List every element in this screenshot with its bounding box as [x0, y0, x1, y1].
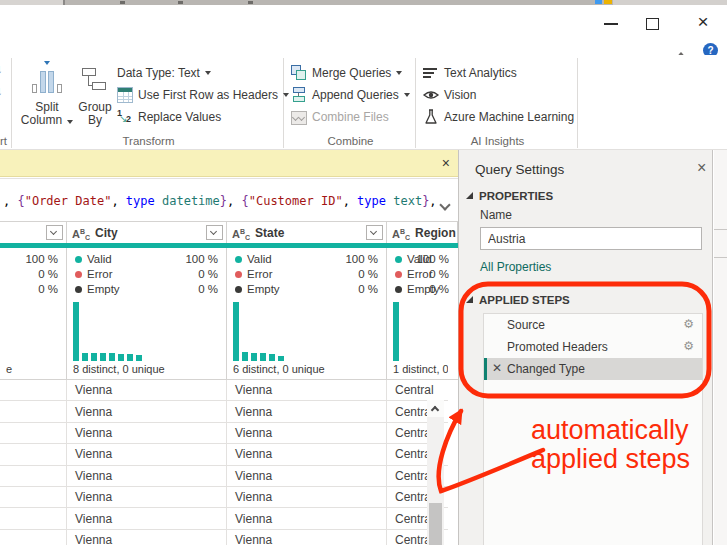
table-cell[interactable]: Central [387, 380, 458, 400]
step-settings-gear-icon[interactable]: ⚙ [683, 339, 694, 353]
column-header-City[interactable]: ABCCity [67, 222, 227, 243]
merge-queries-button[interactable]: Merge Queries [291, 64, 402, 82]
table-cell[interactable]: Vienna [227, 508, 387, 528]
properties-section-header[interactable]: PROPERTIES [466, 190, 553, 202]
formula-token [155, 194, 162, 208]
column-header-State[interactable]: ABCState [227, 222, 387, 243]
minimize-icon[interactable] [604, 23, 618, 25]
table-cell[interactable]: Vienna [227, 530, 387, 545]
filter-icon[interactable] [366, 225, 383, 240]
table-cell[interactable]: Central [387, 423, 458, 443]
query-name-input[interactable] [480, 227, 702, 250]
table-cell[interactable]: Central [387, 530, 458, 545]
background-text-fragment [248, 1, 253, 4]
value-distribution-bar [91, 353, 97, 361]
table-cell[interactable]: Vienna [227, 444, 387, 464]
quality-label: Error [247, 268, 273, 280]
table-cell[interactable] [0, 530, 67, 545]
close-icon[interactable]: × [694, 11, 712, 33]
table-row[interactable]: ViennaViennaCentral [0, 466, 448, 487]
quality-label: Empty [87, 283, 120, 295]
scrollbar-thumb[interactable] [429, 503, 442, 545]
table-cell[interactable]: Vienna [227, 401, 387, 421]
table-cell[interactable]: Vienna [227, 487, 387, 507]
quality-percent: 0 % [429, 283, 449, 295]
table-cell[interactable]: Central [387, 401, 458, 421]
all-properties-link[interactable]: All Properties [480, 260, 551, 274]
table-cell[interactable] [0, 401, 67, 421]
replace-values-button[interactable]: 1↘2 Replace Values [117, 108, 221, 126]
formula-expand-icon[interactable] [441, 195, 449, 213]
table-cell[interactable] [0, 444, 67, 464]
table-cell[interactable] [0, 508, 67, 528]
table-cell[interactable] [0, 380, 67, 400]
table-row[interactable]: ViennaViennaCentral [0, 487, 448, 508]
table-cell[interactable]: Vienna [67, 466, 227, 486]
value-distribution-bar [109, 353, 115, 361]
table-cell[interactable] [0, 423, 67, 443]
table-cell[interactable]: Central [387, 466, 458, 486]
table-row[interactable]: ViennaViennaCentral [0, 423, 448, 444]
group-separator [577, 58, 578, 148]
applied-step-source[interactable]: Source⚙ [484, 314, 702, 336]
table-cell[interactable]: Vienna [227, 380, 387, 400]
azure-machine-learning-button[interactable]: Azure Machine Learning [423, 108, 574, 126]
filter-icon[interactable] [46, 225, 63, 240]
maximize-icon[interactable] [646, 18, 659, 30]
table-cell[interactable]: Vienna [227, 423, 387, 443]
text-analytics-button[interactable]: Text Analytics [423, 64, 517, 82]
table-row[interactable]: ViennaViennaCentral [0, 444, 448, 465]
power-bi-logo-fragment [595, 0, 602, 4]
table-cell[interactable]: Vienna [67, 508, 227, 528]
table-row[interactable]: ViennaViennaCentral [0, 380, 448, 401]
empty-dot-icon [75, 286, 82, 293]
formula-text[interactable]: , {"Order Date", type datetime}, {"Custo… [3, 194, 437, 208]
table-cell[interactable] [0, 466, 67, 486]
quality-percent: 100 % [185, 253, 218, 265]
append-queries-button[interactable]: Append Queries [291, 86, 410, 104]
formula-token: "Order Date" [25, 194, 112, 208]
banner-close-icon[interactable]: × [442, 155, 450, 171]
delete-step-icon[interactable]: ✕ [492, 361, 502, 375]
table-row[interactable]: ViennaViennaCentral [0, 508, 448, 529]
filter-icon[interactable] [206, 225, 223, 240]
group-separator [415, 58, 416, 148]
applied-steps-section-header[interactable]: APPLIED STEPS [466, 294, 570, 306]
table-cell[interactable] [0, 487, 67, 507]
applied-step-promoted-headers[interactable]: Promoted Headers⚙ [484, 336, 702, 358]
table-cell[interactable]: Central [387, 444, 458, 464]
split-column-button[interactable]: Split Column [18, 59, 76, 131]
table-cell[interactable]: Central [387, 487, 458, 507]
table-cell[interactable]: Vienna [67, 380, 227, 400]
vertical-scrollbar[interactable] [427, 400, 444, 545]
table-cell[interactable]: Vienna [227, 466, 387, 486]
table-cell[interactable]: Vienna [67, 423, 227, 443]
vision-button[interactable]: Vision [423, 86, 476, 104]
formula-bar[interactable]: , {"Order Date", type datetime}, {"Custo… [0, 178, 458, 222]
panel-close-icon[interactable]: × [697, 159, 706, 177]
applied-step-changed-type[interactable]: ✕Changed Type [484, 358, 702, 380]
table-cell[interactable]: Vienna [67, 444, 227, 464]
use-first-row-as-headers-button[interactable]: Use First Row as Headers [117, 86, 289, 104]
table-row[interactable]: ViennaViennaCentral [0, 530, 448, 545]
data-type-button[interactable]: Data Type: Text [117, 64, 211, 82]
collapse-triangle-icon [466, 192, 473, 199]
table-cell[interactable]: Vienna [67, 401, 227, 421]
group-by-button[interactable]: Group By [76, 59, 114, 131]
column-header-Region[interactable]: ABCRegion [387, 222, 458, 243]
table-row[interactable]: ViennaViennaCentral [0, 401, 448, 422]
background-text-fragment [120, 1, 125, 4]
value-distribution-bar [269, 354, 275, 361]
formula-token: text [393, 194, 422, 208]
value-distribution-bar [242, 352, 248, 361]
step-settings-gear-icon[interactable]: ⚙ [683, 317, 694, 331]
scroll-up-icon[interactable] [427, 400, 444, 417]
group-by-icon [81, 67, 107, 93]
collapse-triangle-icon [466, 296, 473, 303]
combine-files-button[interactable]: Combine Files [291, 108, 389, 126]
table-cell[interactable]: Vienna [67, 530, 227, 545]
vision-eye-icon [423, 87, 439, 103]
quality-error: 0 % [0, 267, 67, 282]
table-cell[interactable]: Vienna [67, 487, 227, 507]
table-cell[interactable]: Central [387, 508, 458, 528]
